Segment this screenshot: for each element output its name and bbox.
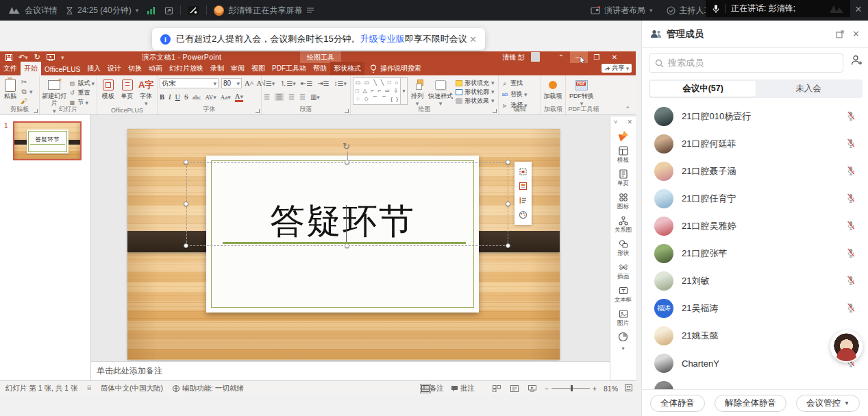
single-page-button[interactable]: 单页 (119, 77, 136, 99)
officeplus-item-插画[interactable]: 插画 (615, 262, 632, 281)
zoom-out-button[interactable]: − (545, 384, 549, 393)
tab-动画[interactable]: 动画 (145, 62, 166, 75)
banner-close-icon[interactable]: ✕ (469, 34, 477, 45)
minimize-button[interactable]: — (570, 51, 588, 63)
close-window-button[interactable]: ✕ (606, 51, 623, 63)
qat-more-icon[interactable]: ▾ (61, 54, 64, 61)
tab-插入[interactable]: 插入 (84, 62, 104, 75)
selection-handle[interactable] (345, 243, 349, 248)
numbering-button[interactable]: ⒈☰▾ (280, 79, 296, 88)
ribbon-display-options[interactable]: ⌃ (552, 51, 570, 63)
replace-button[interactable]: ab替换▾ (501, 90, 528, 99)
member-mic-status[interactable] (846, 138, 856, 151)
fit-slide-button[interactable] (625, 384, 632, 393)
collapse-ribbon-icon[interactable]: ⌃ (625, 106, 630, 112)
member-mic-status[interactable] (846, 247, 856, 260)
accessibility-status[interactable]: 辅助功能: 一切就绪 (173, 384, 244, 393)
meeting-control-button[interactable]: 会议管控▼ (796, 395, 860, 412)
shape-gallery[interactable]: ▭▭╲╲□○ □△⌐⌐⇨⇩ ♢✩⌒⌒{} (353, 77, 401, 105)
align-center[interactable]: ☰ (275, 93, 284, 101)
tell-me-search[interactable]: 操作说明搜索 (364, 62, 427, 75)
officeplus-item-模板[interactable]: 模板 (615, 146, 632, 164)
member-mic-status[interactable] (846, 165, 856, 178)
member-mic-status[interactable] (846, 275, 856, 288)
member-row[interactable]: 21刘敏 (642, 267, 868, 295)
arrange-button[interactable]: 排列▾ (409, 77, 425, 108)
align-left[interactable]: ☰ (264, 93, 270, 101)
restore-button[interactable]: ❐ (588, 51, 606, 63)
addins-button[interactable]: 加载项 (543, 77, 562, 99)
slide[interactable]: 答疑环节 ↻ (127, 129, 560, 360)
italic-button[interactable]: I (169, 93, 171, 101)
officeplus-item-图片[interactable]: 图片 (615, 309, 632, 328)
unmute-all-button[interactable]: 解除全体静音 (715, 395, 786, 412)
gallery-more[interactable]: ▾ (401, 77, 408, 105)
member-row[interactable]: 21口腔何廷菲 (642, 130, 868, 158)
tab-形状格式[interactable]: 形状格式 (330, 62, 364, 75)
panel-close-icon[interactable]: ✕ (627, 119, 632, 125)
selection-handle[interactable] (184, 243, 188, 248)
shared-app-indicator[interactable] (188, 5, 199, 16)
close-icon[interactable]: ✕ (853, 4, 864, 14)
member-mic-status[interactable] (846, 193, 856, 206)
member-row[interactable]: 福涛21吴福涛 (642, 295, 868, 322)
selection-handle[interactable] (506, 243, 510, 248)
member-mic-status[interactable] (846, 110, 856, 123)
zoom-level[interactable]: 81% (604, 384, 618, 393)
shape-fill-button[interactable]: 形状填充▾ (456, 79, 495, 87)
notes-toggle[interactable]: 备注 (420, 384, 444, 393)
shape-effects-button[interactable]: 形状效果▾ (456, 97, 495, 105)
dialog-launcher[interactable] (256, 109, 260, 113)
strikethrough-button[interactable]: S (184, 93, 188, 101)
tab-文件[interactable]: 文件 (0, 62, 21, 75)
layout-switcher[interactable]: 演讲者布局 ▾ (591, 5, 653, 16)
font-color-button[interactable]: A▾ (235, 93, 243, 102)
member-row[interactable]: 21口腔任育宁 (642, 185, 868, 212)
tab-in-meeting[interactable]: 会议中(57) (650, 81, 756, 97)
tab-设计[interactable]: 设计 (104, 62, 125, 75)
layout-button[interactable]: ▤版式▾ (68, 79, 95, 88)
zoom-in-button[interactable]: + (593, 384, 597, 393)
language-status[interactable]: 简体中文(中国大陆) (101, 384, 163, 393)
bold-button[interactable]: B (160, 93, 164, 101)
member-row[interactable]: 21口腔聂子涵 (642, 158, 868, 185)
line-spacing[interactable]: ↕☰▾ (334, 79, 347, 87)
member-row[interactable]: 21口腔吴雅婷 (642, 212, 868, 240)
network-signal[interactable] (147, 6, 156, 14)
selection-handle[interactable] (184, 160, 188, 164)
notes-pane[interactable]: 单击此处添加备注 (91, 361, 610, 380)
list-icon[interactable] (306, 7, 314, 14)
align-right[interactable]: ☰ (288, 93, 295, 101)
font-size-combo[interactable]: 80▾ (221, 78, 242, 88)
spacing-button[interactable]: AV▾ (205, 94, 216, 101)
meeting-timer[interactable]: 24:25 (40分钟) ▾ (66, 5, 138, 16)
officeplus-item-单页[interactable]: 单页 (615, 169, 632, 188)
reading-view-button[interactable] (509, 384, 520, 393)
case-button[interactable]: Aa▾ (221, 94, 231, 101)
slide-thumbnail[interactable]: 答疑环节 (13, 121, 82, 160)
paste-button[interactable]: 粘贴 (2, 77, 18, 99)
panel-more-icon[interactable]: ▾ (621, 345, 624, 352)
selection-handle[interactable] (184, 201, 188, 206)
layout-suggestion-icon[interactable] (519, 182, 528, 191)
dialog-launcher[interactable] (34, 109, 38, 113)
tab-录制[interactable]: 录制 (207, 62, 227, 75)
font-plus-button[interactable]: A字 字体▾ (137, 77, 155, 108)
self-video-bubble[interactable] (830, 330, 863, 363)
selection-handle[interactable] (345, 160, 349, 164)
zoom-slider[interactable] (551, 388, 590, 389)
rotate-handle[interactable]: ↻ (343, 141, 350, 151)
undo-icon[interactable]: ↶▾ (18, 53, 28, 62)
copy-button[interactable]: ⧉▾ (20, 87, 33, 96)
quick-styles-button[interactable]: 快速样式▾ (427, 77, 454, 108)
tab-审阅[interactable]: 审阅 (227, 62, 248, 75)
officeplus-item-图标[interactable]: 图标 (615, 193, 632, 211)
tab-OfficePLUS[interactable]: OfficePLUS (41, 64, 84, 75)
share-screen-button[interactable] (164, 6, 173, 15)
member-row[interactable]: 21口腔010杨壹行 (642, 103, 868, 130)
save-icon[interactable] (5, 54, 12, 61)
account-name[interactable]: 清锋 彭 (502, 53, 525, 62)
cut-button[interactable]: ✂ (20, 77, 33, 86)
add-member-icon[interactable] (851, 55, 863, 66)
crop-icon[interactable] (519, 167, 528, 176)
